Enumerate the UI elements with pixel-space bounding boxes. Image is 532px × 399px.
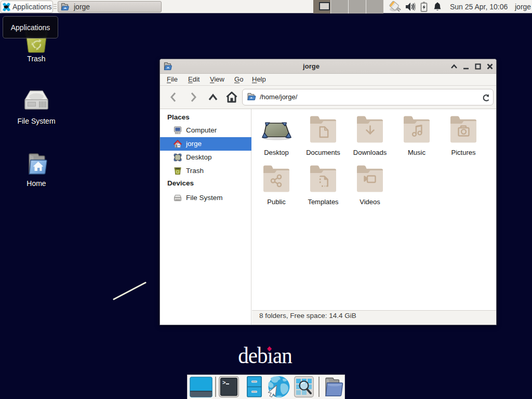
svg-text:>: > bbox=[222, 380, 226, 386]
